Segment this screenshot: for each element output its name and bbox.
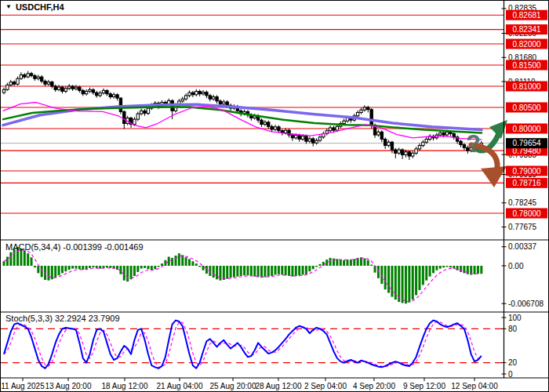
candle-body bbox=[298, 136, 300, 140]
macd-histogram-bar bbox=[71, 266, 74, 269]
macd-histogram-bar bbox=[285, 266, 287, 275]
macd-histogram-bar bbox=[64, 266, 67, 271]
macd-histogram-bar bbox=[205, 266, 208, 274]
level-price-label: 0.78000 bbox=[512, 209, 541, 218]
macd-histogram-bar bbox=[78, 266, 81, 269]
candle-body bbox=[336, 126, 338, 130]
macd-histogram-bar bbox=[130, 266, 133, 279]
candle-body bbox=[6, 85, 9, 89]
candle-body bbox=[363, 107, 365, 110]
macd-histogram-bar bbox=[198, 266, 201, 267]
time-axis-label: 11 Aug 2025 bbox=[1, 382, 45, 390]
candle-body bbox=[99, 93, 101, 96]
candle-body bbox=[106, 90, 108, 93]
candle-body bbox=[315, 140, 318, 143]
macd-histogram-bar bbox=[291, 266, 293, 277]
macd-axis-label: 0.00 bbox=[508, 262, 524, 270]
candle-body bbox=[291, 135, 293, 138]
candle-body bbox=[295, 136, 297, 138]
candle-body bbox=[408, 152, 410, 156]
time-axis-label: 18 Aug 12:00 bbox=[102, 382, 148, 390]
candle-body bbox=[422, 142, 424, 145]
candle-body bbox=[54, 86, 56, 89]
macd-histogram-bar bbox=[31, 257, 33, 266]
candle-body bbox=[370, 110, 373, 125]
macd-histogram-bar bbox=[133, 266, 136, 276]
bearish-scenario-arrowhead bbox=[481, 166, 507, 187]
macd-histogram-bar bbox=[278, 266, 280, 274]
macd-histogram-bar bbox=[271, 266, 273, 276]
stoch-axis-label: 0 bbox=[508, 370, 513, 379]
macd-histogram-bar bbox=[298, 266, 300, 275]
macd-histogram-bar bbox=[250, 266, 253, 276]
candle-body bbox=[312, 139, 314, 143]
candle-body bbox=[205, 93, 208, 96]
macd-histogram-bar bbox=[435, 266, 438, 270]
macd-histogram-bar bbox=[47, 266, 49, 281]
candle-body bbox=[267, 122, 270, 126]
macd-histogram-bar bbox=[429, 266, 431, 277]
macd-histogram-bar bbox=[68, 266, 71, 270]
candle-body bbox=[16, 78, 19, 84]
macd-histogram-bar bbox=[281, 266, 283, 275]
macd-histogram-bar bbox=[191, 261, 194, 266]
current-price-label: 0.79654 bbox=[512, 139, 541, 147]
level-price-label: 0.82341 bbox=[512, 25, 541, 34]
macd-histogram-bar bbox=[425, 266, 427, 281]
candle-body bbox=[367, 107, 369, 110]
candle-body bbox=[144, 111, 146, 113]
candle-body bbox=[13, 82, 15, 85]
macd-histogram-bar bbox=[236, 266, 238, 277]
macd-axis-label: -0.006708 bbox=[508, 299, 544, 308]
macd-histogram-bar bbox=[408, 266, 410, 303]
level-price-label: 0.81500 bbox=[512, 61, 541, 70]
candle-body bbox=[112, 95, 115, 97]
macd-histogram-bar bbox=[178, 253, 180, 266]
candle-body bbox=[147, 108, 149, 113]
candle-body bbox=[377, 132, 380, 135]
macd-histogram-bar bbox=[85, 266, 88, 269]
macd-histogram-bar bbox=[99, 266, 101, 269]
candle-body bbox=[191, 93, 194, 95]
macd-histogram-bar bbox=[61, 266, 64, 273]
macd-histogram-bar bbox=[477, 266, 479, 274]
macd-histogram-bar bbox=[243, 266, 245, 275]
candle-body bbox=[278, 127, 280, 131]
candle-body bbox=[102, 90, 104, 93]
stoch-indicator-label: Stoch(5,3,3) 32.2924 23.7909 bbox=[5, 314, 120, 323]
candle-body bbox=[260, 120, 263, 124]
time-axis-label: 2 Sep 04:00 bbox=[304, 382, 347, 390]
candle-body bbox=[442, 132, 445, 135]
price-axis-tick-label: 0.77675 bbox=[508, 223, 537, 231]
candle-body bbox=[47, 82, 49, 85]
candle-body bbox=[380, 132, 383, 139]
macd-histogram-bar bbox=[213, 266, 215, 278]
macd-histogram-bar bbox=[264, 266, 266, 277]
level-price-label: 0.78716 bbox=[512, 179, 541, 187]
macd-histogram-bar bbox=[325, 260, 328, 266]
macd-axis-label: 0.00337 bbox=[508, 242, 537, 251]
macd-histogram-bar bbox=[6, 256, 9, 266]
candle-body bbox=[44, 82, 46, 85]
macd-histogram-bar bbox=[253, 266, 256, 277]
level-price-label: 0.81000 bbox=[512, 82, 541, 91]
macd-histogram-bar bbox=[318, 264, 321, 266]
macd-histogram-bar bbox=[274, 266, 277, 275]
candle-body bbox=[391, 142, 393, 150]
candle-body bbox=[85, 91, 87, 93]
macd-histogram-bar bbox=[343, 260, 345, 266]
candle-body bbox=[188, 93, 191, 96]
symbol-selector[interactable]: ▼ USDCHF,H4 bbox=[5, 2, 64, 12]
macd-histogram-bar bbox=[418, 266, 420, 290]
macd-histogram-bar bbox=[456, 266, 459, 270]
candle-body bbox=[195, 91, 198, 94]
macd-histogram-bar bbox=[51, 266, 53, 279]
macd-histogram-bar bbox=[288, 266, 290, 276]
candle-body bbox=[92, 89, 94, 93]
macd-histogram-bar bbox=[154, 266, 156, 269]
candle-body bbox=[89, 89, 91, 91]
macd-histogram-bar bbox=[367, 260, 369, 266]
macd-histogram-bar bbox=[147, 266, 149, 269]
macd-histogram-bar bbox=[144, 266, 146, 268]
candle-body bbox=[181, 99, 184, 101]
